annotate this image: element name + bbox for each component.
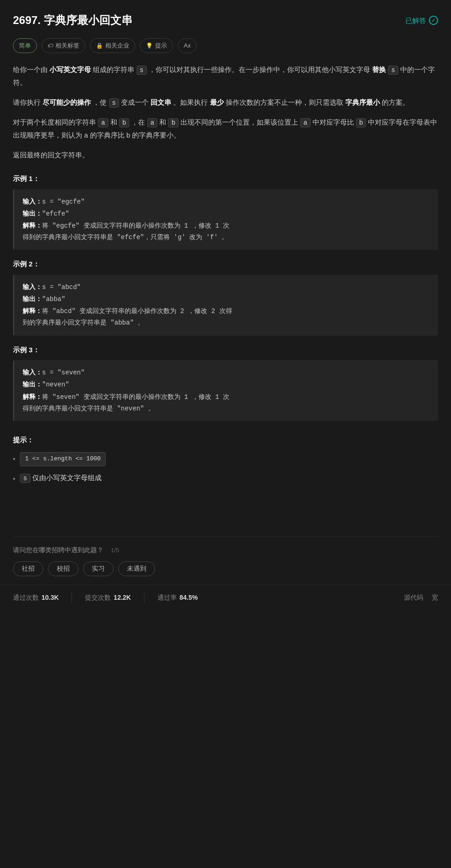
related-company-label: 相关企业 [105,41,129,51]
problem-title: 2697. 字典序最小回文串 [13,11,132,30]
tag-related-company[interactable]: 🔒 相关企业 [90,38,135,53]
problem-para2: 请你执行 尽可能少的操作 ，使 s 变成一个 回文串 。如果执行 最少 操作次数… [13,96,438,109]
recruit-btn-intern[interactable]: 实习 [83,561,114,576]
example3-explanation: 解释：将 "seven" 变成回文字符串的最小操作次数为 1 ，修改 1 次得到… [23,391,430,415]
recruit-btn-none[interactable]: 未遇到 [118,561,155,576]
pass-count-value: 10.3K [42,592,59,603]
recruitment-question: 请问您在哪类招聘中遇到此题？ 1/5 [13,545,438,556]
related-tags-label: 相关标签 [55,41,79,51]
example2-input: 输入：s = "abcd" [23,281,430,293]
example1-input: 输入：s = "egcfe" [23,196,430,208]
example1-output: 输出："efcfe" [23,208,430,220]
hint-code-1: 1 <= s.length <= 1000 [20,452,106,466]
footer-pass-count: 通过次数 10.3K [13,592,72,603]
example3-input: 输入：s = "seven" [23,367,430,379]
example3-title: 示例 3： [13,344,438,356]
main-container: 2697. 字典序最小回文串 已解答 ✓ 简单 🏷 相关标签 🔒 相关企业 💡 … [0,0,451,576]
solved-check-icon: ✓ [429,16,438,25]
hint-text-2: s 仅由小写英文字母组成 [20,472,102,484]
recruitment-buttons: 社招 校招 实习 未遇到 [13,561,438,576]
footer-right: 源代码 宽 [404,592,438,603]
hint-item-2: • s 仅由小写英文字母组成 [13,472,438,485]
source-code-link[interactable]: 源代码 [404,592,423,603]
hint-item-1: • 1 <= s.length <= 1000 [13,452,438,466]
tag-difficulty[interactable]: 简单 [13,38,37,53]
recruit-btn-campus[interactable]: 校招 [48,561,78,576]
problem-body: 给你一个由 小写英文字母 组成的字符串 s ，你可以对其执行一些操作。在一步操作… [13,63,438,162]
bullet-2: • [13,473,15,485]
example1-explanation: 解释：将 "egcfe" 变成回文字符串的最小操作次数为 1 ，修改 1 次得到… [23,220,430,243]
footer-bar: 通过次数 10.3K 提交次数 12.2K 通过率 84.5% 源代码 宽 [0,585,451,611]
example2-output: 输出："abba" [23,293,430,305]
example1-title: 示例 1： [13,173,438,185]
solved-label: 已解答 [405,15,426,27]
footer-pass-rate: 通过率 84.5% [144,592,211,603]
recruit-btn-social[interactable]: 社招 [13,561,43,576]
pass-rate-label: 通过率 [157,592,177,603]
example2-title: 示例 2： [13,258,438,270]
problem-para4: 返回最终的回文字符串。 [13,149,438,162]
tag-hints[interactable]: 💡 提示 [140,38,173,53]
pass-rate-value: 84.5% [180,592,198,603]
submit-count-label: 提交次数 [85,592,111,603]
width-link[interactable]: 宽 [432,592,438,603]
recruitment-section: 请问您在哪类招聘中遇到此题？ 1/5 社招 校招 实习 未遇到 [13,536,438,576]
bullet-1: • [13,453,15,465]
lock-icon: 🔒 [96,41,103,50]
header-row: 2697. 字典序最小回文串 已解答 ✓ [13,11,438,30]
example3-output: 输出："neven" [23,379,430,391]
tag-icon: 🏷 [48,41,53,50]
hints-label: 提示 [155,41,167,51]
pass-count-label: 通过次数 [13,592,39,603]
example3-box: 输入：s = "seven" 输出："neven" 解释：将 "seven" 变… [13,360,438,421]
problem-para1: 给你一个由 小写英文字母 组成的字符串 s ，你可以对其执行一些操作。在一步操作… [13,63,438,90]
hints-title: 提示： [13,434,438,446]
difficulty-label: 简单 [19,41,31,51]
tag-related-tags[interactable]: 🏷 相关标签 [42,38,85,53]
tag-font-size[interactable]: Ax [178,38,197,53]
hint-icon: 💡 [146,41,153,50]
submit-count-value: 12.2K [114,592,131,603]
example2-box: 输入：s = "abcd" 输出："abba" 解释：将 "abcd" 变成回文… [13,275,438,336]
recruitment-question-text: 请问您在哪类招聘中遇到此题？ [13,545,103,556]
solved-badge: 已解答 ✓ [405,15,438,27]
hints-section: 提示： • 1 <= s.length <= 1000 • s 仅由小写英文字母… [13,434,438,484]
tags-row: 简单 🏷 相关标签 🔒 相关企业 💡 提示 Ax [13,38,438,53]
footer-submit-count: 提交次数 12.2K [72,592,144,603]
page-indicator: 1/5 [111,545,119,555]
example1-box: 输入：s = "egcfe" 输出："efcfe" 解释：将 "egcfe" 变… [13,189,438,250]
font-size-label: Ax [184,41,191,51]
problem-para3: 对于两个长度相同的字符串 a 和 b ，在 a 和 b 出现不同的第一个位置，如… [13,116,438,142]
examples-section: 示例 1： 输入：s = "egcfe" 输出："efcfe" 解释：将 "eg… [13,173,438,421]
example2-explanation: 解释：将 "abcd" 变成回文字符串的最小操作次数为 2 ，修改 2 次得到的… [23,305,430,329]
